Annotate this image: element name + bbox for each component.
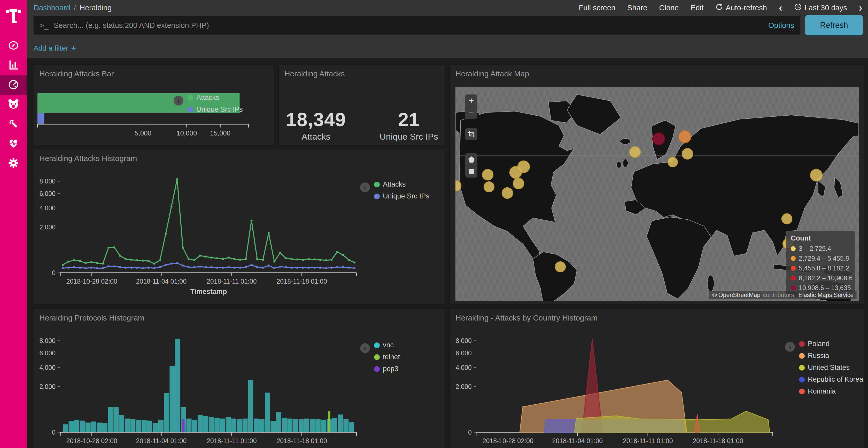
svg-text:8,000: 8,000 xyxy=(456,337,472,344)
panel-attacks-histogram: Heralding Attacks Histogram 02,0004,0006… xyxy=(33,149,445,305)
refresh-cycle-icon xyxy=(715,3,723,13)
top-nav-bar: Dashboard / Heralding Full screen Share … xyxy=(27,0,868,16)
panel-title: Heralding Attacks xyxy=(279,65,445,83)
attacks-histogram-chart[interactable]: 02,0004,0006,0008,0002018-10-28 02:00201… xyxy=(39,172,369,303)
legend-item[interactable]: Romania xyxy=(799,387,863,395)
zoom-out-button[interactable]: − xyxy=(465,107,477,119)
legend-item[interactable]: Unique Src IPs xyxy=(188,106,243,113)
time-range-picker[interactable]: Last 30 days xyxy=(794,3,847,13)
svg-text:6,000: 6,000 xyxy=(39,190,56,197)
country-histogram-chart[interactable]: 02,0004,0006,0008,0002018-10-28 02:00201… xyxy=(455,332,785,448)
panel-attacks-metric: Heralding Attacks 18,349 Attacks 21 Uniq… xyxy=(278,65,445,145)
svg-text:2018-11-18 01:00: 2018-11-18 01:00 xyxy=(692,437,743,444)
compass-icon xyxy=(8,40,19,52)
legend-collapse-icon[interactable]: › xyxy=(360,343,370,353)
ems-link[interactable]: Elastic Maps Service xyxy=(798,291,855,299)
legend-dot xyxy=(374,182,380,187)
svg-text:15,000: 15,000 xyxy=(210,129,231,137)
legend-item[interactable]: Republic of Korea xyxy=(799,376,863,383)
search-input[interactable] xyxy=(53,21,763,30)
full-screen-button[interactable]: Full screen xyxy=(579,4,615,12)
time-back-chevron[interactable]: ‹ xyxy=(779,3,782,13)
legend: › Attacks Unique Src IPs xyxy=(374,180,429,204)
svg-text:6,000: 6,000 xyxy=(39,349,56,357)
sidebar-item-discover[interactable] xyxy=(0,36,27,56)
legend-dot xyxy=(791,256,796,261)
legend-item[interactable]: pop3 xyxy=(374,365,400,373)
metric-value: 21 xyxy=(379,109,438,131)
auto-refresh-button[interactable]: Auto-refresh xyxy=(715,3,767,13)
kibana-dashboard-page: Dashboard / Heralding Full screen Share … xyxy=(0,0,868,448)
svg-text:4,000: 4,000 xyxy=(456,364,472,371)
panel-title: Heralding Attacks Histogram xyxy=(34,149,445,168)
sidebar-item-management[interactable] xyxy=(0,154,27,173)
legend-item[interactable]: telnet xyxy=(374,353,400,361)
wrench-icon xyxy=(8,118,19,131)
sidebar-item-devtools[interactable] xyxy=(0,114,27,134)
refresh-button[interactable]: Refresh xyxy=(805,15,863,35)
gauge-icon xyxy=(7,79,20,92)
map-zoom-controls: + − xyxy=(465,95,477,119)
metric-group: 18,349 Attacks 21 Unique Src IPs xyxy=(279,83,445,142)
metric-label: Unique Src IPs xyxy=(379,132,438,142)
legend-dot xyxy=(791,285,796,290)
legend-item[interactable]: vnc xyxy=(374,341,400,349)
osm-link[interactable]: © OpenStreetMap xyxy=(711,291,761,299)
crop-icon[interactable] xyxy=(465,128,477,140)
legend-dot xyxy=(374,366,380,372)
legend-collapse-icon[interactable]: › xyxy=(174,96,183,106)
sidebar-nav xyxy=(0,36,27,173)
svg-text:2018-10-28 02:00: 2018-10-28 02:00 xyxy=(66,437,117,444)
legend-dot xyxy=(374,342,380,348)
panel-title: Heralding Attack Map xyxy=(450,65,864,83)
t-mobile-logo[interactable] xyxy=(0,5,27,29)
clone-button[interactable]: Clone xyxy=(659,4,679,12)
legend: › Poland Russia United States Republic o… xyxy=(799,340,863,399)
svg-text:2018-10-28 02:00: 2018-10-28 02:00 xyxy=(483,437,533,444)
legend-item[interactable]: Russia xyxy=(799,352,863,360)
svg-text:8,000: 8,000 xyxy=(39,177,56,185)
legend-item[interactable]: United States xyxy=(799,364,863,372)
legend-item[interactable]: Attacks xyxy=(374,180,429,188)
add-filter-control[interactable]: Add a filter + xyxy=(34,43,76,53)
svg-text:2018-11-18 01:00: 2018-11-18 01:00 xyxy=(276,278,327,285)
svg-text:10,000: 10,000 xyxy=(177,129,197,137)
protocols-histogram-chart[interactable]: 02,0004,0006,0008,0002018-10-28 02:00201… xyxy=(39,332,369,448)
metric-value: 18,349 xyxy=(286,109,346,131)
plus-icon: + xyxy=(71,43,76,53)
sidebar-item-monitoring[interactable] xyxy=(0,134,27,154)
legend-dot xyxy=(799,389,805,394)
polygon-tool-icon[interactable] xyxy=(465,153,477,165)
rectangle-tool-icon[interactable] xyxy=(465,165,477,177)
svg-text:4,000: 4,000 xyxy=(39,364,56,371)
legend: › Attacks Unique Src IPs xyxy=(188,94,243,117)
panel-title: Heralding Protocols Histogram xyxy=(34,309,445,327)
svg-text:5,000: 5,000 xyxy=(134,129,151,137)
legend-item: 8,182.2 – 10,908.6 xyxy=(791,274,851,282)
map-canvas[interactable]: + − Count xyxy=(456,87,859,301)
legend-collapse-icon[interactable]: › xyxy=(785,342,795,352)
sidebar-item-visualize[interactable] xyxy=(0,56,27,75)
breadcrumb-dashboard-link[interactable]: Dashboard xyxy=(34,4,70,12)
sidebar xyxy=(0,0,27,448)
edit-button[interactable]: Edit xyxy=(690,4,704,12)
share-button[interactable]: Share xyxy=(627,4,647,12)
sidebar-item-dashboard[interactable] xyxy=(0,75,27,95)
legend-item[interactable]: Attacks xyxy=(188,94,243,102)
legend-item: 2,729.4 – 5,455.8 xyxy=(791,255,851,262)
legend-item[interactable]: Unique Src IPs xyxy=(374,192,429,200)
svg-text:2,000: 2,000 xyxy=(456,383,472,390)
query-prompt-icon: >_ xyxy=(40,21,49,30)
sidebar-item-bear[interactable] xyxy=(0,95,27,114)
time-forward-chevron[interactable]: › xyxy=(859,3,862,13)
legend-item[interactable]: Poland xyxy=(799,340,863,348)
zoom-in-button[interactable]: + xyxy=(465,95,477,107)
legend-collapse-icon[interactable]: › xyxy=(360,182,370,192)
svg-text:2,000: 2,000 xyxy=(39,223,56,231)
legend-dot xyxy=(374,194,380,199)
legend-dot xyxy=(799,377,805,382)
svg-text:2018-11-11 01:00: 2018-11-11 01:00 xyxy=(207,278,257,285)
options-link[interactable]: Options xyxy=(768,21,794,30)
svg-text:0: 0 xyxy=(52,269,56,276)
svg-text:2018-11-04 01:00: 2018-11-04 01:00 xyxy=(552,437,603,444)
